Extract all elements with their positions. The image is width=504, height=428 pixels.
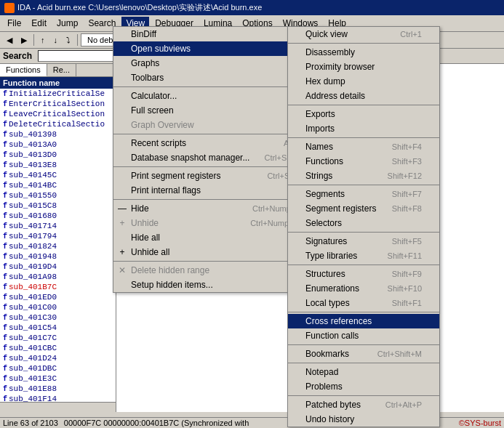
toolbar-btn1[interactable]: ↑ [37, 34, 49, 46]
submenu-local-types[interactable]: Local types Shift+F1 [288, 296, 439, 310]
func-icon: f [3, 161, 7, 169]
submenu-cross-references[interactable]: Cross references [288, 314, 439, 328]
list-item[interactable]: fsub_4013A0 [0, 140, 116, 150]
subviews-submenu: Quick view Ctrl+1 Disassembly Proximity … [287, 26, 440, 427]
submenu-functions[interactable]: Functions Shift+F3 [288, 154, 439, 169]
func-name: sub_401824 [9, 242, 57, 251]
list-item[interactable]: fsub_401E3C [0, 374, 116, 384]
submenu-notepad[interactable]: Notepad [288, 365, 439, 379]
submenu-strings[interactable]: Strings Shift+F12 [288, 169, 439, 183]
list-item[interactable]: fLeaveCriticalSection [0, 109, 116, 119]
func-name: sub_401680 [9, 211, 57, 220]
list-item[interactable]: fsub_401C54 [0, 323, 116, 333]
address-info: 00000F7C 00000000:00401B7C (Synchronized… [64, 419, 249, 427]
submenu-undo-history[interactable]: Undo history [288, 412, 439, 427]
list-item[interactable]: fsub_401DBC [0, 363, 116, 374]
list-item[interactable]: fsub_4019D4 [0, 262, 116, 272]
list-item[interactable]: fsub_4015C8 [0, 201, 116, 211]
list-item[interactable]: fEnterCriticalSection [0, 99, 116, 109]
func-icon: f [3, 212, 7, 220]
submenu-disassembly[interactable]: Disassembly [288, 45, 439, 60]
list-item[interactable]: fsub_401CBC [0, 343, 116, 353]
functions-header: Function name [0, 77, 116, 89]
func-icon: f [3, 273, 7, 281]
list-item[interactable]: fsub_401398 [0, 129, 116, 140]
left-panel: Functions Re... Function name fInitializ… [0, 64, 116, 412]
submenu-segments[interactable]: Segments Shift+F7 [288, 187, 439, 201]
submenu-type-libraries[interactable]: Type libraries Shift+F11 [288, 249, 439, 263]
func-name: sub_40145C [9, 171, 57, 179]
list-item[interactable]: fsub_401C30 [0, 312, 116, 323]
toolbar-forward[interactable]: ▶ [17, 34, 31, 47]
list-item[interactable]: fsub_401A98 [0, 272, 116, 282]
func-name: sub_401714 [9, 222, 57, 230]
func-icon: f [3, 110, 7, 118]
address-details-label: Address details [305, 91, 365, 101]
toolbar-btn2[interactable]: ↓ [50, 34, 62, 46]
func-icon: f [3, 395, 7, 403]
submenu-exports[interactable]: Exports [288, 107, 439, 121]
submenu-selectors[interactable]: Selectors [288, 216, 439, 230]
list-item[interactable]: fsub_401C00 [0, 302, 116, 312]
undo-history-label: Undo history [305, 414, 354, 424]
submenu-signatures[interactable]: Signatures Shift+F5 [288, 234, 439, 249]
list-item[interactable]: fsub_4014BC [0, 180, 116, 190]
list-item[interactable]: fsub_401550 [0, 190, 116, 201]
menu-jump[interactable]: Jump [52, 17, 82, 30]
list-item[interactable]: fDeleteCriticalSectio [0, 119, 116, 129]
list-item[interactable]: fsub_401948 [0, 251, 116, 262]
list-item[interactable]: fsub_401794 [0, 231, 116, 241]
submenu-proximity-browser[interactable]: Proximity browser [288, 60, 439, 74]
list-item[interactable]: fsub_401ED0 [0, 292, 116, 302]
func-icon: f [3, 182, 7, 190]
submenu-hex-dump[interactable]: Hex dump [288, 74, 439, 89]
submenu-address-details[interactable]: Address details [288, 89, 439, 103]
type-libraries-label: Type libraries [305, 251, 357, 261]
submenu-imports[interactable]: Imports [288, 121, 439, 136]
type-libraries-shortcut: Shift+F11 [388, 251, 422, 260]
list-item[interactable]: fsub_4013D0 [0, 150, 116, 160]
list-item[interactable]: fsub_401680 [0, 211, 116, 221]
func-icon: f [3, 365, 7, 373]
hex-dump-label: Hex dump [305, 76, 345, 86]
list-item[interactable]: fsub_401D24 [0, 353, 116, 363]
list-item[interactable]: fsub_401824 [0, 241, 116, 251]
patched-bytes-shortcut: Ctrl+Alt+P [385, 400, 422, 409]
signatures-label: Signatures [305, 236, 347, 246]
toolbar-back[interactable]: ◀ [3, 34, 16, 47]
list-item[interactable]: fsub_401B7C [0, 282, 116, 292]
list-item[interactable]: fsub_401E88 [0, 384, 116, 394]
toolbar-btn3[interactable]: ⤵ [63, 34, 74, 46]
submenu-patched-bytes[interactable]: Patched bytes Ctrl+Alt+P [288, 397, 439, 412]
unhide-all-label: Unhide all [131, 247, 169, 257]
function-list[interactable]: fInitializeCriticalSe fEnterCriticalSect… [0, 89, 116, 402]
list-item[interactable]: fsub_401714 [0, 221, 116, 231]
list-item[interactable]: fsub_401F14 [0, 394, 116, 402]
structures-label: Structures [305, 269, 345, 279]
submenu-bookmarks[interactable]: Bookmarks Ctrl+Shift+M [288, 347, 439, 361]
func-icon: f [3, 233, 7, 241]
submenu-enumerations[interactable]: Enumerations Shift+F10 [288, 281, 439, 296]
tab-functions[interactable]: Functions [0, 64, 47, 76]
menu-edit[interactable]: Edit [27, 17, 51, 30]
print-flags-label: Print internal flags [131, 185, 201, 195]
list-item[interactable]: fsub_4013E8 [0, 160, 116, 170]
sep [288, 105, 439, 105]
open-subviews-label: Open subviews [131, 44, 191, 54]
menu-file[interactable]: File [3, 17, 25, 30]
submenu-problems[interactable]: Problems [288, 379, 439, 394]
submenu-names[interactable]: Names Shift+F4 [288, 140, 439, 154]
submenu-function-calls[interactable]: Function calls [288, 328, 439, 343]
func-name: sub_401794 [9, 232, 57, 241]
list-item[interactable]: fsub_40145C [0, 170, 116, 180]
tab-references[interactable]: Re... [47, 64, 76, 76]
list-item[interactable]: fsub_401C7C [0, 333, 116, 343]
left-panel-scrollbar[interactable] [0, 402, 116, 412]
func-name: LeaveCriticalSection [9, 110, 105, 118]
list-item[interactable]: fInitializeCriticalSe [0, 89, 116, 99]
submenu-structures[interactable]: Structures Shift+F9 [288, 267, 439, 281]
submenu-segment-registers[interactable]: Segment registers Shift+F8 [288, 201, 439, 216]
app-icon [4, 3, 15, 13]
submenu-quick-view[interactable]: Quick view Ctrl+1 [288, 27, 439, 41]
func-icon: f [3, 151, 7, 159]
